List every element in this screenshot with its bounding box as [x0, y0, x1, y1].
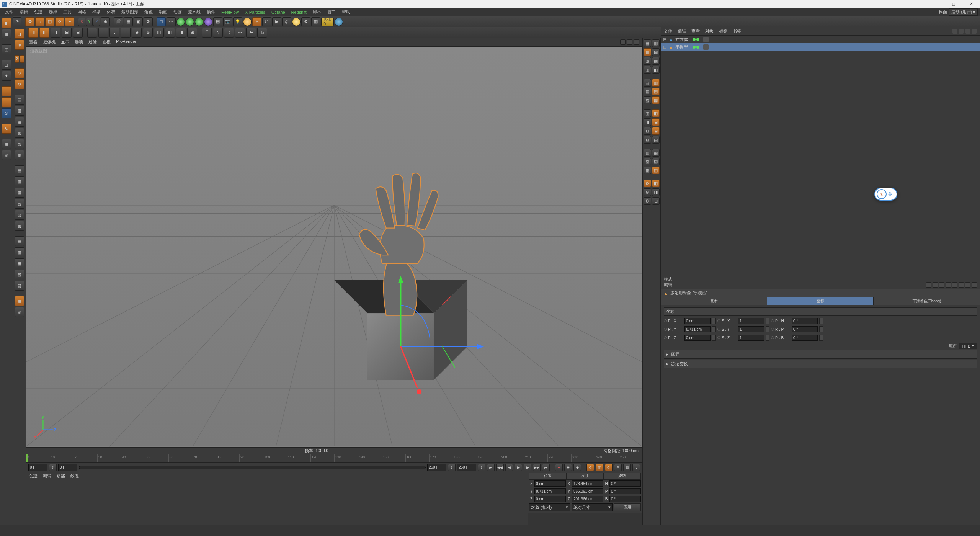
sel-tool3[interactable]: ◨: [51, 28, 60, 38]
menu-编辑[interactable]: 编辑: [17, 8, 31, 16]
mesh-check[interactable]: ▤: [15, 95, 24, 105]
bottom-tab-纹理[interactable]: 纹理: [70, 473, 79, 479]
vp-maximize-icon[interactable]: [634, 39, 639, 45]
menu-运动图形[interactable]: 运动图形: [119, 8, 141, 16]
spinner-icon[interactable]: [712, 326, 716, 332]
pla-key[interactable]: ▦: [623, 464, 631, 471]
attr-nav-up[interactable]: [939, 282, 944, 288]
add-subdivision[interactable]: [186, 18, 194, 26]
attr-icon1[interactable]: [946, 282, 951, 288]
uv-point-mode[interactable]: ▫: [2, 97, 11, 107]
range-start-field[interactable]: 0 F: [58, 464, 77, 471]
fx-tool[interactable]: .fx: [257, 28, 267, 38]
viewport[interactable]: 透视视图: [26, 46, 642, 447]
bottom-tab-编辑[interactable]: 编辑: [43, 473, 51, 479]
struct-tool4[interactable]: ▧: [15, 199, 24, 209]
struct-tool6[interactable]: ▩: [15, 221, 24, 231]
attr-subtab-0[interactable]: 基本: [661, 297, 767, 305]
vpmenu-ProRender[interactable]: ProRender: [116, 39, 136, 45]
vpmenu-查看[interactable]: 查看: [29, 39, 38, 45]
om-icon3[interactable]: [965, 29, 970, 34]
menu-网格[interactable]: 网格: [75, 8, 89, 16]
coord-size-Z[interactable]: [572, 496, 603, 502]
menu-X-Particles[interactable]: X-Particles: [242, 9, 268, 15]
timeline-slider[interactable]: [79, 466, 426, 469]
rtool-g1[interactable]: ▨: [644, 96, 651, 104]
add-cube[interactable]: ◻: [157, 17, 166, 26]
axis-mode[interactable]: ✦: [2, 71, 11, 81]
prev-frame-button[interactable]: ◀: [505, 464, 513, 471]
help-tool[interactable]: ?: [15, 55, 19, 63]
mesh-tool3[interactable]: ▧: [15, 128, 24, 138]
coord-size-X[interactable]: [572, 480, 603, 487]
struct-tool5[interactable]: ▨: [15, 210, 24, 220]
next-key-button[interactable]: ▶▶: [533, 464, 541, 471]
sel-tool2[interactable]: ◧: [39, 28, 49, 38]
mesh-tool1[interactable]: ▥: [15, 106, 24, 116]
om-tab-文件[interactable]: 文件: [664, 28, 672, 34]
struct-tool1[interactable]: ▤: [15, 165, 24, 175]
scale-Y-field[interactable]: [738, 326, 764, 332]
om-tab-标签[interactable]: 标签: [719, 28, 727, 34]
attr-group-冻结变换[interactable]: ▸冻结变换: [664, 360, 977, 368]
render-dot[interactable]: [696, 46, 699, 49]
tweak-mode[interactable]: ↯: [2, 124, 11, 134]
axis-center[interactable]: ⊕: [15, 40, 24, 50]
rtool-d1[interactable]: ◫: [644, 66, 651, 74]
mesh-tool5[interactable]: ▩: [15, 150, 24, 160]
attr-icon5[interactable]: [972, 282, 977, 288]
snap-tool1[interactable]: ∴: [87, 28, 97, 38]
attr-icon2[interactable]: [952, 282, 957, 288]
visibility-dot[interactable]: [693, 38, 696, 41]
live-select-tool[interactable]: ✥: [25, 17, 34, 26]
rtool-p1[interactable]: ⚙: [644, 188, 651, 196]
attr-subtab-2[interactable]: 平滑着色(Phong): [874, 297, 980, 305]
rtool-m2[interactable]: ▨: [652, 158, 660, 165]
rtool-d2[interactable]: ◧: [652, 66, 660, 74]
octane-target[interactable]: ◎: [282, 17, 291, 26]
menu-动画[interactable]: 动画: [171, 8, 185, 16]
spinner-icon2[interactable]: ⇕: [448, 464, 456, 471]
make-editable[interactable]: ◨: [15, 29, 24, 39]
coord-pos-X[interactable]: [534, 480, 566, 487]
vpmenu-选项[interactable]: 选项: [75, 39, 83, 45]
coord-rot-H[interactable]: [609, 480, 641, 487]
coord-size-select[interactable]: 绝对尺寸▾: [572, 503, 612, 511]
object-row[interactable]: ⊟ ▲ 手模型: [661, 43, 980, 51]
snap-tool4[interactable]: ⋯: [121, 28, 131, 38]
add-array[interactable]: [195, 18, 203, 26]
rot-key[interactable]: ⟳: [605, 464, 612, 471]
octane-icon[interactable]: ⬡: [262, 17, 271, 26]
texture-mode[interactable]: ▦: [2, 29, 11, 39]
spinner-icon3[interactable]: ⇕: [478, 464, 485, 471]
menu-选择[interactable]: 选择: [46, 8, 60, 16]
rtool-h1[interactable]: ◫: [644, 109, 651, 117]
add-light[interactable]: 💡: [233, 17, 242, 26]
rtool-i2[interactable]: ⊞: [652, 118, 660, 126]
spline-tool1[interactable]: ⌒: [202, 28, 212, 38]
visibility-dot[interactable]: [693, 46, 696, 49]
scale-Z-field[interactable]: [738, 335, 764, 341]
rtool-q2[interactable]: ⊞: [652, 197, 660, 205]
attr-icon3[interactable]: [959, 282, 964, 288]
menu-Redshift[interactable]: Redshift: [289, 9, 309, 15]
maximize-button[interactable]: □: [945, 0, 962, 8]
spinner-icon[interactable]: [712, 318, 716, 324]
rtool-h2[interactable]: ◧: [652, 109, 660, 117]
bottom-tab-创建[interactable]: 创建: [29, 473, 38, 479]
rtool-k2[interactable]: ▤: [652, 136, 660, 144]
rtool-i1[interactable]: ◨: [644, 118, 651, 126]
y-axis-lock[interactable]: Y: [86, 18, 93, 26]
spline-tool5[interactable]: ↬: [246, 28, 256, 38]
add-generator[interactable]: [176, 18, 185, 26]
param-key[interactable]: P: [614, 464, 622, 471]
key-button[interactable]: ◆: [573, 464, 581, 471]
psr-reset[interactable]: PSR0: [321, 18, 334, 26]
menu-工具[interactable]: 工具: [60, 8, 74, 16]
rtool-e1[interactable]: ▤: [644, 79, 651, 87]
expand-icon[interactable]: ⊟: [663, 45, 667, 50]
spinner-icon[interactable]: [819, 335, 823, 341]
order-select[interactable]: HPB▾: [959, 343, 977, 349]
rtool-c2[interactable]: ▩: [652, 57, 660, 65]
attr-menu-编辑[interactable]: 编辑: [664, 282, 681, 288]
